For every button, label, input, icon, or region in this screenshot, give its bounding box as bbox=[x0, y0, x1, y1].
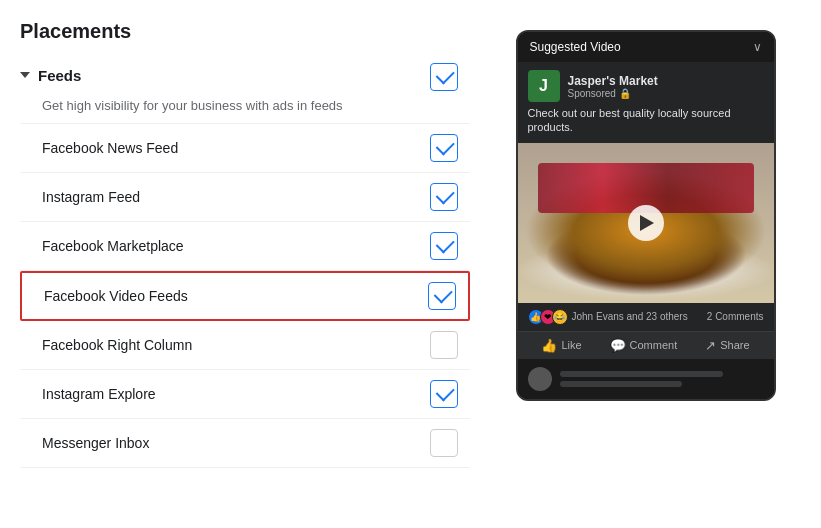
feeds-section-title-row: Feeds bbox=[20, 67, 81, 84]
ad-sponsored-label: Sponsored 🔒 bbox=[568, 88, 764, 99]
placement-label-facebook-video-feeds: Facebook Video Feeds bbox=[44, 288, 188, 304]
feeds-section-title: Feeds bbox=[38, 67, 81, 84]
placement-label-instagram-feed: Instagram Feed bbox=[42, 189, 140, 205]
placement-label-facebook-news-feed: Facebook News Feed bbox=[42, 140, 178, 156]
feeds-checkbox[interactable] bbox=[430, 63, 458, 91]
placement-facebook-marketplace[interactable]: Facebook Marketplace bbox=[20, 222, 470, 271]
ad-card: J Jasper's Market Sponsored 🔒 Check out … bbox=[518, 62, 774, 359]
footer-text-lines bbox=[560, 371, 764, 387]
ad-profile-row: J Jasper's Market Sponsored 🔒 bbox=[518, 62, 774, 106]
placement-label-facebook-marketplace: Facebook Marketplace bbox=[42, 238, 184, 254]
like-action[interactable]: 👍 Like bbox=[541, 338, 581, 353]
reaction-emojis: 👍 ❤ 😂 bbox=[528, 309, 568, 325]
placement-label-facebook-right-column: Facebook Right Column bbox=[42, 337, 192, 353]
placement-facebook-right-column[interactable]: Facebook Right Column bbox=[20, 321, 470, 370]
checkbox-facebook-video-feeds[interactable] bbox=[428, 282, 456, 310]
video-area bbox=[518, 143, 774, 303]
emoji-haha: 😂 bbox=[552, 309, 568, 325]
page-title: Placements bbox=[20, 20, 470, 43]
comment-label: Comment bbox=[630, 339, 678, 351]
placement-facebook-news-feed[interactable]: Facebook News Feed bbox=[20, 123, 470, 173]
phone-footer bbox=[518, 359, 774, 399]
placement-label-instagram-explore: Instagram Explore bbox=[42, 386, 156, 402]
like-label: Like bbox=[561, 339, 581, 351]
placement-instagram-explore[interactable]: Instagram Explore bbox=[20, 370, 470, 419]
checkbox-facebook-marketplace[interactable] bbox=[430, 232, 458, 260]
ad-description: Check out our best quality locally sourc… bbox=[518, 106, 774, 143]
phone-header: Suggested Video ∨ bbox=[518, 32, 774, 62]
footer-avatar bbox=[528, 367, 552, 391]
checkbox-instagram-feed[interactable] bbox=[430, 183, 458, 211]
share-icon: ↗ bbox=[705, 338, 716, 353]
play-button[interactable] bbox=[628, 205, 664, 241]
like-icon: 👍 bbox=[541, 338, 557, 353]
feeds-section-header: Feeds bbox=[20, 59, 470, 95]
comments-count: 2 Comments bbox=[707, 311, 764, 322]
play-triangle-icon bbox=[640, 215, 654, 231]
phone-preview: Suggested Video ∨ J Jasper's Market Spon… bbox=[516, 30, 776, 401]
comment-icon: 💬 bbox=[610, 338, 626, 353]
checkbox-facebook-right-column[interactable] bbox=[430, 331, 458, 359]
comment-action[interactable]: 💬 Comment bbox=[610, 338, 678, 353]
footer-line-2 bbox=[560, 381, 682, 387]
share-action[interactable]: ↗ Share bbox=[705, 338, 749, 353]
ad-brand-avatar: J bbox=[528, 70, 560, 102]
right-panel: Suggested Video ∨ J Jasper's Market Spon… bbox=[490, 20, 801, 508]
checkbox-facebook-news-feed[interactable] bbox=[430, 134, 458, 162]
checkbox-messenger-inbox[interactable] bbox=[430, 429, 458, 457]
phone-header-chevron-icon: ∨ bbox=[753, 40, 762, 54]
ad-profile-info: Jasper's Market Sponsored 🔒 bbox=[568, 74, 764, 99]
sponsored-text: Sponsored bbox=[568, 88, 616, 99]
ad-actions-row: 👍 Like 💬 Comment ↗ Share bbox=[518, 331, 774, 359]
reaction-likes: 👍 ❤ 😂 John Evans and 23 others bbox=[528, 309, 688, 325]
footer-line-1 bbox=[560, 371, 723, 377]
placement-label-messenger-inbox: Messenger Inbox bbox=[42, 435, 149, 451]
placement-facebook-video-feeds[interactable]: Facebook Video Feeds bbox=[20, 271, 470, 321]
reactions-text: John Evans and 23 others bbox=[572, 311, 688, 322]
checkbox-instagram-explore[interactable] bbox=[430, 380, 458, 408]
placements-list: Facebook News Feed Instagram Feed Facebo… bbox=[20, 123, 470, 468]
left-panel: Placements Feeds Get high visibility for… bbox=[20, 20, 470, 508]
feeds-chevron-icon[interactable] bbox=[20, 72, 30, 78]
ad-reactions-row: 👍 ❤ 😂 John Evans and 23 others 2 Comment… bbox=[518, 303, 774, 331]
share-label: Share bbox=[720, 339, 749, 351]
placement-messenger-inbox[interactable]: Messenger Inbox bbox=[20, 419, 470, 468]
ad-brand-name: Jasper's Market bbox=[568, 74, 764, 88]
placement-instagram-feed[interactable]: Instagram Feed bbox=[20, 173, 470, 222]
feeds-section-description: Get high visibility for your business wi… bbox=[42, 97, 470, 115]
lock-icon: 🔒 bbox=[619, 88, 631, 99]
suggested-video-label: Suggested Video bbox=[530, 40, 621, 54]
